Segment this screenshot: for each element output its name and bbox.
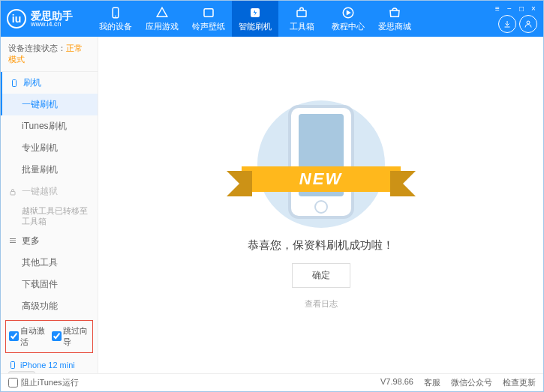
minimize-icon[interactable]: − [504, 4, 515, 13]
checkbox-skip-guide[interactable]: 跳过向导 [52, 325, 90, 348]
sidebar-item-batch[interactable]: 批量刷机 [1, 159, 98, 181]
version-label: V7.98.66 [380, 377, 413, 388]
phone-illustration [288, 105, 354, 219]
device-info[interactable]: iPhone 12 mini 64GB Down-12mini-13,1 [1, 356, 98, 373]
service-link[interactable]: 客服 [424, 377, 440, 388]
store-icon [388, 6, 401, 19]
flash-icon [248, 6, 262, 19]
nav-store[interactable]: 爱思商城 [371, 1, 418, 37]
block-itunes-checkbox[interactable]: 阻止iTunes运行 [8, 377, 79, 388]
illustration: NEW [246, 100, 396, 228]
logo-icon: iu [7, 9, 26, 28]
menu-icon[interactable]: ≡ [492, 4, 503, 13]
header: iu 爱思助手 www.i4.cn 我的设备 应用游戏 铃声壁纸 智能刷机 工具… [1, 1, 543, 37]
device-name: iPhone 12 mini [8, 361, 90, 370]
sidebar-item-itunes[interactable]: iTunes刷机 [1, 115, 98, 137]
maximize-icon[interactable]: □ [516, 4, 527, 13]
sidebar-section-more[interactable]: 更多 [1, 230, 98, 252]
close-icon[interactable]: × [528, 4, 539, 13]
svg-point-6 [527, 21, 530, 24]
sidebar-item-oneclick[interactable]: 一键刷机 [1, 94, 98, 115]
sidebar-item-advanced[interactable]: 高级功能 [1, 295, 98, 317]
view-log-link[interactable]: 查看日志 [305, 298, 338, 310]
connection-status: 设备连接状态：正常模式 [1, 37, 98, 72]
phone-icon [8, 361, 17, 370]
download-icon [503, 19, 512, 28]
checkbox-auto-activate[interactable]: 自动激活 [9, 325, 47, 348]
wallpaper-icon [202, 6, 215, 19]
app-window: ≡ − □ × iu 爱思助手 www.i4.cn 我的设备 应用游戏 铃声壁纸… [0, 0, 544, 392]
sidebar-item-other[interactable]: 其他工具 [1, 252, 98, 274]
svg-rect-12 [11, 361, 15, 368]
new-banner: NEW [242, 166, 401, 198]
svg-rect-7 [13, 79, 17, 86]
sidebar-section-jailbreak[interactable]: 一键越狱 [1, 181, 98, 202]
options-box: 自动激活 跳过向导 [5, 320, 93, 353]
nav-ringtones[interactable]: 铃声壁纸 [185, 1, 232, 37]
lock-icon [8, 187, 17, 196]
app-name: 爱思助手 [31, 10, 73, 21]
footer: 阻止iTunes运行 V7.98.66 客服 微信公众号 检查更新 [1, 373, 543, 391]
app-url: www.i4.cn [31, 21, 73, 28]
ok-button[interactable]: 确定 [292, 263, 350, 288]
tutorial-icon [341, 6, 355, 19]
apps-icon [155, 6, 169, 19]
nav-tools[interactable]: 工具箱 [278, 1, 325, 37]
main-nav: 我的设备 应用游戏 铃声壁纸 智能刷机 工具箱 教程中心 爱思商城 [92, 1, 498, 37]
svg-rect-4 [297, 10, 306, 16]
update-link[interactable]: 检查更新 [503, 377, 536, 388]
jailbreak-note: 越狱工具已转移至工具箱 [1, 202, 98, 230]
main-content: NEW 恭喜您，保资料刷机成功啦！ 确定 查看日志 [98, 37, 543, 373]
sidebar-section-flash[interactable]: 刷机 [1, 72, 98, 94]
menu-lines-icon [8, 236, 17, 245]
body: 设备连接状态：正常模式 刷机 一键刷机 iTunes刷机 专业刷机 批量刷机 一… [1, 37, 543, 373]
svg-rect-8 [11, 191, 15, 195]
nav-flash[interactable]: 智能刷机 [232, 1, 278, 37]
logo: iu 爱思助手 www.i4.cn [7, 9, 92, 28]
sidebar: 设备连接状态：正常模式 刷机 一键刷机 iTunes刷机 专业刷机 批量刷机 一… [1, 37, 98, 373]
phone-icon [10, 79, 19, 88]
sidebar-item-pro[interactable]: 专业刷机 [1, 137, 98, 159]
user-icon [524, 19, 533, 28]
nav-apps[interactable]: 应用游戏 [139, 1, 185, 37]
window-controls: ≡ − □ × [492, 4, 539, 13]
nav-device[interactable]: 我的设备 [92, 1, 139, 37]
download-button[interactable] [498, 15, 516, 33]
sidebar-item-download-fw[interactable]: 下载固件 [1, 274, 98, 295]
user-button[interactable] [519, 15, 537, 33]
svg-rect-2 [204, 8, 213, 16]
success-message: 恭喜您，保资料刷机成功啦！ [248, 238, 394, 253]
nav-tutorials[interactable]: 教程中心 [325, 1, 371, 37]
toolbox-icon [295, 6, 308, 19]
wechat-link[interactable]: 微信公众号 [451, 377, 492, 388]
device-icon [109, 6, 122, 19]
